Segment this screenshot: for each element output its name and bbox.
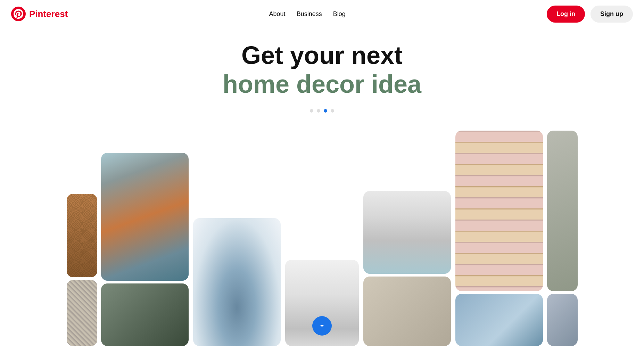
nav-buttons: Log in Sign up [547, 6, 633, 23]
pin-geometric-pattern[interactable] [67, 280, 97, 346]
pin-blue-room[interactable] [455, 294, 543, 346]
pin-moroccan-pattern[interactable] [67, 194, 97, 277]
col-left [101, 153, 189, 346]
col-center-left [193, 218, 281, 346]
hero-title-line2: home decor idea [223, 71, 421, 98]
dot-1[interactable] [317, 109, 320, 113]
pin-bathroom-tub[interactable] [363, 191, 451, 274]
images-section [0, 131, 644, 346]
col-far-left [67, 194, 97, 346]
dot-3[interactable] [331, 109, 334, 113]
logo[interactable]: Pinterest [11, 7, 68, 21]
dot-0[interactable] [310, 109, 313, 113]
pin-dark-pattern[interactable] [101, 283, 189, 346]
col-center-right [363, 191, 452, 346]
col-far-right [547, 131, 578, 346]
login-button[interactable]: Log in [547, 6, 585, 23]
pin-marble-sink[interactable] [193, 218, 281, 346]
dot-2[interactable] [324, 109, 327, 113]
pin-cozy-room[interactable] [547, 294, 578, 346]
signup-button[interactable]: Sign up [591, 6, 633, 23]
carousel-dots [310, 109, 334, 113]
pin-floral-stairs[interactable] [455, 131, 543, 291]
pin-bedroom-art[interactable] [101, 153, 189, 281]
nav-business[interactable]: Business [297, 10, 322, 18]
logo-text: Pinterest [29, 9, 68, 19]
nav-blog[interactable]: Blog [333, 10, 346, 18]
nav-links: About Business Blog [269, 10, 346, 18]
col-right [455, 131, 544, 346]
pin-natural-scene[interactable] [547, 131, 578, 291]
pinterest-logo-icon [11, 7, 26, 21]
pin-neutral-room[interactable] [363, 277, 451, 346]
nav-about[interactable]: About [269, 10, 286, 18]
header: Pinterest About Business Blog Log in Sig… [0, 0, 644, 28]
scroll-down-button[interactable] [312, 316, 332, 336]
svg-point-0 [11, 7, 26, 21]
chevron-down-icon [318, 322, 326, 330]
hero-title-line1: Get your next [241, 42, 403, 69]
